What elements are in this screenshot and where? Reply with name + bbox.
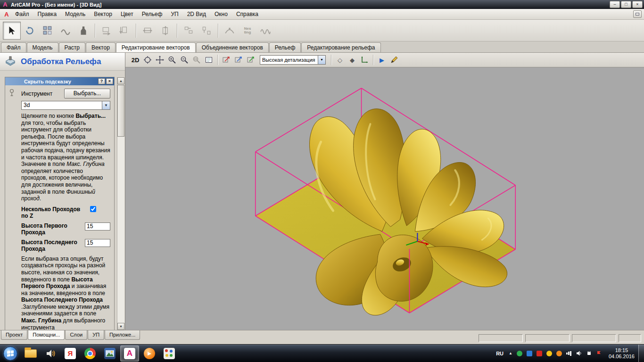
help-button[interactable]: ? <box>98 78 105 84</box>
menu-color[interactable]: Цвет <box>116 9 138 19</box>
tab-file[interactable]: Файл <box>1 42 26 52</box>
spline-smooth-icon[interactable] <box>256 22 274 40</box>
chevron-down-icon[interactable]: ▼ <box>102 101 110 109</box>
scroll-down-icon[interactable]: ▼ <box>117 323 124 330</box>
emboss-tool-icon[interactable] <box>74 22 92 40</box>
tab-layers[interactable]: Слои <box>65 330 87 340</box>
center-x-icon[interactable] <box>139 22 157 40</box>
language-indicator[interactable]: RU <box>493 351 506 356</box>
app-icon: A <box>1 1 9 8</box>
taskbar-clock[interactable]: 18:15 04.06.2016 <box>609 347 635 360</box>
shaded-view-icon[interactable]: ◆ <box>346 54 358 66</box>
tray-update-icon[interactable] <box>546 350 553 357</box>
select-tool-icon[interactable] <box>3 22 21 40</box>
scroll-thumb[interactable] <box>117 85 124 137</box>
tab-addins[interactable]: Приложе... <box>105 330 140 340</box>
tray-java-icon[interactable] <box>556 350 563 357</box>
menu-toolpath[interactable]: УП <box>166 9 182 19</box>
start-button[interactable] <box>0 345 21 362</box>
menu-window[interactable]: Окно <box>210 9 232 19</box>
tab-vector[interactable]: Вектор <box>86 42 116 52</box>
taskbar-chrome-icon[interactable] <box>80 345 100 362</box>
tray-power-icon[interactable] <box>586 350 593 357</box>
align-horizontal-icon[interactable] <box>180 22 198 40</box>
first-pass-label: Высота Первого Прохода <box>21 222 83 236</box>
zoom-in-icon[interactable] <box>166 54 178 66</box>
tab-project[interactable]: Проект <box>1 330 27 340</box>
taskbar-media-player-icon[interactable]: ▶ <box>140 345 159 362</box>
tab-relief-editing[interactable]: Редактирование рельефа <box>301 42 380 52</box>
menu-file[interactable]: Файл <box>11 9 33 19</box>
tab-raster[interactable]: Растр <box>59 42 85 52</box>
tab-toolpaths[interactable]: УП <box>88 330 104 340</box>
multipass-checkbox[interactable] <box>90 206 96 212</box>
menu-relief[interactable]: Рельеф <box>138 9 167 19</box>
size-x-icon[interactable] <box>98 22 116 40</box>
taskbar-explorer-icon[interactable] <box>21 345 41 362</box>
align-vertical-icon[interactable] <box>198 22 215 40</box>
tray-antivirus-icon[interactable] <box>516 350 523 357</box>
menu-help[interactable]: Справка <box>232 9 263 19</box>
fit-view-icon[interactable] <box>203 54 215 66</box>
tray-messenger-icon[interactable] <box>526 350 533 357</box>
block-copy-icon[interactable] <box>39 22 57 40</box>
tab-model[interactable]: Модель <box>27 42 58 52</box>
scale-z-icon[interactable] <box>245 54 257 66</box>
tray-action-center-icon[interactable] <box>595 350 603 357</box>
taskbar-artcam-icon[interactable]: A <box>120 346 139 362</box>
main-toolbar: Nesting <box>0 20 644 41</box>
chevron-down-icon[interactable]: ▼ <box>318 56 325 64</box>
hint-close-button[interactable]: × <box>106 78 113 84</box>
origin-axes-icon[interactable] <box>358 54 371 66</box>
wireframe-view-icon[interactable]: ◇ <box>334 54 346 66</box>
tray-volume-icon[interactable] <box>576 350 583 357</box>
last-pass-input[interactable] <box>85 239 110 247</box>
taskbar-volume-mixer-icon[interactable] <box>41 345 60 362</box>
scroll-up-icon[interactable]: ▲ <box>117 77 124 84</box>
detail-level-dropdown[interactable]: Высокая детализация ▼ <box>260 55 326 65</box>
show-desktop-button[interactable] <box>638 345 644 362</box>
tray-pdf-icon[interactable] <box>536 350 543 357</box>
tab-relief[interactable]: Рельеф <box>269 42 301 52</box>
viewport-3d[interactable] <box>125 67 644 330</box>
toolbar-separator <box>177 24 177 38</box>
tray-chevron-up-icon[interactable]: ▲ <box>506 351 515 355</box>
distort-tool-icon[interactable] <box>57 22 74 40</box>
menu-edit[interactable]: Правка <box>33 9 61 19</box>
taskbar-yandex-icon[interactable]: Я <box>60 345 80 362</box>
panel-scrollbar[interactable]: ▲ ▼ <box>117 77 124 330</box>
nesting-icon[interactable]: Nesting <box>239 22 256 40</box>
minimize-button[interactable]: – <box>610 1 620 8</box>
center-y-icon[interactable] <box>157 22 174 40</box>
first-pass-input[interactable] <box>85 222 110 230</box>
hide-hint-label[interactable]: Скрыть подсказку <box>24 79 71 84</box>
size-y-icon[interactable] <box>116 22 133 40</box>
zoom-window-icon[interactable] <box>190 54 203 66</box>
select-tool-button[interactable]: Выбрать... <box>64 89 110 99</box>
scale-x-icon[interactable] <box>220 54 232 66</box>
menu-2dview[interactable]: 2D Вид <box>183 9 210 19</box>
tab-vector-merge[interactable]: Объединение векторов <box>196 42 269 52</box>
tray-network-icon[interactable] <box>566 350 573 357</box>
menu-vector[interactable]: Вектор <box>90 9 116 19</box>
close-button[interactable]: × <box>632 1 643 8</box>
status-bar <box>479 330 641 342</box>
simulate-toolpath-icon[interactable]: ▶ <box>376 54 388 66</box>
draw-tool-icon[interactable] <box>388 54 400 66</box>
menu-model[interactable]: Модель <box>61 9 90 19</box>
scale-y-icon[interactable] <box>232 54 245 66</box>
zoom-out-icon[interactable] <box>178 54 190 66</box>
transform-tool-icon[interactable] <box>21 22 39 40</box>
switch-2d-button[interactable]: 2D <box>129 57 141 64</box>
pan-view-icon[interactable] <box>154 54 166 66</box>
paste-along-curve-icon[interactable] <box>221 22 239 40</box>
status-segment <box>479 334 523 342</box>
tab-vector-editing[interactable]: Редактирование векторов <box>116 42 196 52</box>
tool-dropdown[interactable]: 3d ▼ <box>21 101 110 110</box>
rotate-view-icon[interactable] <box>141 54 154 66</box>
taskbar-paint-icon[interactable] <box>159 345 179 362</box>
taskbar-photo-viewer-icon[interactable] <box>100 345 120 362</box>
toolbar-options-icon[interactable] <box>633 10 642 18</box>
tab-assistant[interactable]: Помощни... <box>28 330 65 340</box>
maximize-button[interactable]: □ <box>621 1 631 8</box>
